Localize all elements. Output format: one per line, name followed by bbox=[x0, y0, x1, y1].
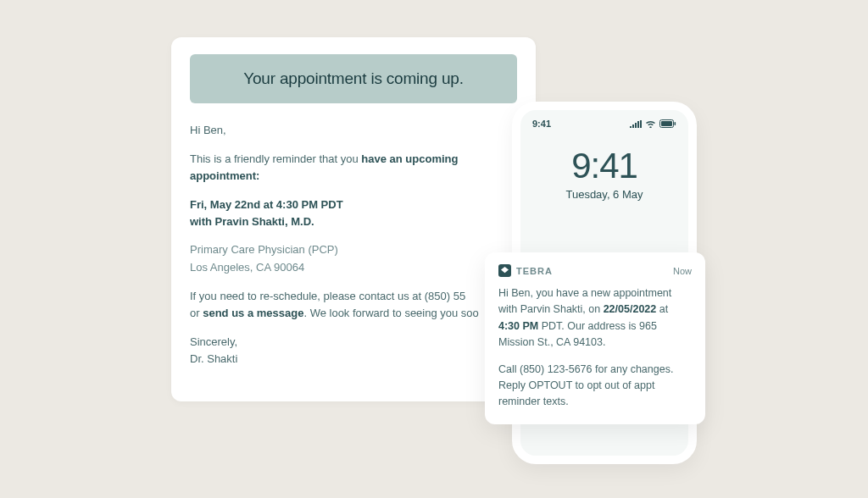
battery-icon bbox=[659, 119, 676, 128]
email-reminder-card: Your appointment is coming up. Hi Ben, T… bbox=[171, 37, 536, 401]
notif-text-mid: at bbox=[656, 303, 668, 315]
email-reschedule: If you need to re-schedule, please conta… bbox=[190, 288, 517, 322]
lock-time: 9:41 bbox=[520, 146, 688, 186]
signal-icon bbox=[630, 120, 642, 128]
email-appt-datetime: Fri, May 22nd at 4:30 PM PDT bbox=[190, 198, 343, 211]
email-intro-text: This is a friendly reminder that you bbox=[190, 152, 361, 165]
notification-time: Now bbox=[673, 266, 692, 276]
svg-rect-1 bbox=[661, 121, 672, 126]
status-time: 9:41 bbox=[532, 119, 551, 129]
notification-app-name: TEBRA bbox=[516, 266, 668, 276]
email-signoff-line2: Dr. Shakti bbox=[190, 352, 237, 365]
svg-rect-2 bbox=[675, 122, 676, 125]
email-location: Los Angeles, CA 90064 bbox=[190, 261, 304, 274]
app-icon bbox=[498, 264, 511, 277]
wifi-icon bbox=[645, 120, 656, 128]
email-appointment-block: Fri, May 22nd at 4:30 PM PDT with Pravin… bbox=[190, 196, 517, 230]
notification-message-2: Call (850) 123-5676 for any changes. Rep… bbox=[498, 362, 692, 411]
notif-time-value: 4:30 PM bbox=[498, 320, 538, 332]
email-provider-role: Primary Care Physician (PCP) bbox=[190, 243, 338, 256]
email-signoff-line1: Sincerely, bbox=[190, 335, 237, 348]
email-greeting: Hi Ben, bbox=[190, 122, 517, 139]
email-intro: This is a friendly reminder that you hav… bbox=[190, 151, 517, 185]
email-reschedule-pre: If you need to re-schedule, please conta… bbox=[190, 290, 465, 302]
notification-card[interactable]: TEBRA Now Hi Ben, you have a new appoint… bbox=[485, 252, 705, 424]
email-signoff: Sincerely, Dr. Shakti bbox=[190, 334, 517, 368]
notif-date: 22/05/2022 bbox=[604, 303, 657, 315]
email-reschedule-or: or bbox=[190, 307, 203, 319]
email-appt-provider: with Pravin Shakti, M.D. bbox=[190, 215, 314, 228]
email-banner-title: Your appointment is coming up. bbox=[190, 54, 517, 103]
phone-status-bar: 9:41 bbox=[520, 110, 688, 130]
email-location-block: Primary Care Physician (PCP) Los Angeles… bbox=[190, 241, 517, 275]
email-reschedule-post: . We look forward to seeing you soo bbox=[303, 307, 478, 319]
lock-screen-clock: 9:41 Tuesday, 6 May bbox=[520, 146, 688, 201]
email-message-link[interactable]: send us a message bbox=[203, 307, 303, 319]
lock-date: Tuesday, 6 May bbox=[520, 188, 688, 201]
notification-message-1: Hi Ben, you have a new appointment with … bbox=[498, 285, 692, 351]
